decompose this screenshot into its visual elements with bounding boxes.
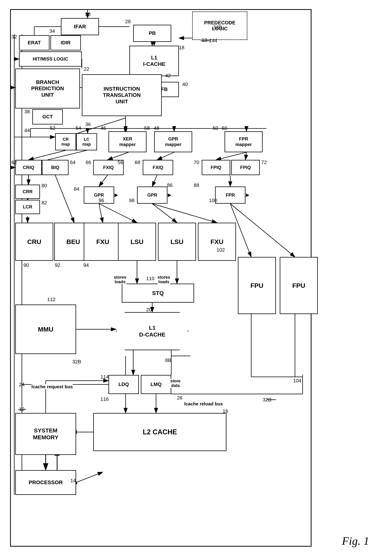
svg-line-53 <box>76 472 103 483</box>
ref-30: 30 <box>85 11 91 17</box>
ref-94: 94 <box>83 262 89 268</box>
ref-36: 36 <box>85 121 91 127</box>
erat-box: ERAT <box>19 35 49 50</box>
ref-12-underline <box>18 409 26 410</box>
xer-mapper-box: XERmapper <box>108 131 147 152</box>
processor-box: PROCESSOR <box>15 470 76 495</box>
ref-66: 66 <box>86 159 91 165</box>
ref-16: 16 <box>223 408 228 414</box>
ref-58: 58 <box>144 125 150 131</box>
svg-line-27 <box>157 152 174 160</box>
ref-52: 52 <box>50 125 55 131</box>
ref-34: 34 <box>49 28 55 34</box>
svg-line-38 <box>99 204 137 223</box>
ref-10: 10 <box>202 37 207 43</box>
svg-line-35 <box>152 175 157 186</box>
ref-46: 46 <box>101 125 106 131</box>
svg-line-29 <box>245 152 246 160</box>
ref-22: 22 <box>84 66 89 72</box>
l2-cache-box: L2 CACHE <box>93 413 226 451</box>
system-memory-box: SYSTEMMEMORY <box>15 413 76 455</box>
branch-prediction-unit-box: BRANCHPREDICTIONUNIT <box>15 68 80 109</box>
ref-104: 104 <box>293 378 301 384</box>
ref-96: 96 <box>99 197 104 204</box>
lsu2-box: LSU <box>158 223 196 261</box>
lcache-reload-bus-label: lcache reload bus <box>184 401 223 407</box>
crr-box: CRR <box>15 185 40 199</box>
l1-dcache-box: L1D-CACHE <box>116 312 188 350</box>
ref-10-underline <box>201 41 210 41</box>
lsu1-box: LSU <box>118 223 156 261</box>
ref-32b2: 32B <box>263 397 271 403</box>
ref-64: 64 <box>70 159 75 165</box>
ldq-box: LDQ <box>108 375 139 394</box>
lcr-box: LCR <box>15 200 40 214</box>
svg-line-34 <box>99 175 108 186</box>
fpu1-box: FPU <box>238 257 276 314</box>
ref-60: 60 <box>222 125 227 131</box>
svg-line-24 <box>28 150 66 160</box>
svg-line-37 <box>99 204 103 223</box>
ref-40: 40 <box>182 82 188 87</box>
store-data-label: storedata <box>170 379 181 388</box>
criq-box: CRIQ <box>15 160 42 175</box>
ref-110: 110 <box>146 276 154 281</box>
ref-62: 62 <box>11 159 17 165</box>
ref-112: 112 <box>47 297 55 302</box>
pb-box: PB <box>133 25 171 42</box>
idir-box: IDIR <box>50 35 81 50</box>
ref-32b3: 32B <box>213 24 222 30</box>
fpu2-box: FPU <box>280 257 318 314</box>
ref-102: 102 <box>216 247 225 253</box>
biq-box: BIQ <box>42 160 68 175</box>
ref-48: 48 <box>154 125 159 131</box>
fpr-mapper-box: FPRmapper <box>224 131 263 152</box>
lc-map-box: LCmap <box>76 133 97 150</box>
fxu1-box: FXU <box>84 223 122 261</box>
ref-24: 24 <box>19 382 25 388</box>
ref-68: 68 <box>135 159 140 165</box>
svg-line-39 <box>152 204 177 223</box>
ref-32: 32 <box>11 34 17 40</box>
svg-line-42 <box>230 204 295 257</box>
ref-116: 116 <box>101 396 109 402</box>
ref-28: 28 <box>125 19 131 25</box>
svg-line-25 <box>47 150 87 160</box>
hit-miss-logic-box: HIT/MISS LOGIC <box>19 51 82 67</box>
ref-98: 98 <box>129 197 135 204</box>
instruction-translation-unit-box: INSTRUCTIONTRANSLATIONUNIT <box>82 74 162 116</box>
svg-line-28 <box>216 152 246 160</box>
ref-80: 80 <box>41 183 47 189</box>
svg-line-26 <box>108 152 129 160</box>
ref-54: 54 <box>76 125 81 131</box>
fxu2-box: FXU <box>198 223 236 261</box>
lcache-request-bus-label: lcache request bus <box>31 384 73 389</box>
ref-8b: 8B <box>165 357 171 363</box>
fpr-box: FPR ▶ <box>215 186 245 204</box>
svg-line-40 <box>152 204 217 223</box>
diagram: IFAR ERAT IDIR HIT/MISS LOGIC BRANCHPRED… <box>0 0 392 559</box>
ref-26: 26 <box>177 395 183 401</box>
gct-box: GCT <box>32 109 63 124</box>
ref-44: 44 <box>24 128 30 133</box>
ref-84: 84 <box>74 186 79 192</box>
ifar-box: IFAR <box>61 18 99 35</box>
ref-88: 88 <box>194 182 199 188</box>
ref-72: 72 <box>261 159 267 165</box>
l1-icache-box: L1I-CACHE <box>129 46 179 76</box>
stores-loads2-label: storesloads <box>158 275 170 284</box>
lmq-box: LMQ <box>141 375 171 394</box>
ref-92: 92 <box>55 262 60 268</box>
ref-70: 70 <box>194 159 199 165</box>
ref-90: 90 <box>23 262 29 268</box>
ref-20: 20 <box>146 307 152 313</box>
stq-box: STQ <box>122 284 194 303</box>
ref-100: 100 <box>209 197 217 204</box>
ref-18: 18 <box>179 45 184 51</box>
cru-box: CRU <box>15 223 53 261</box>
fxiq2-box: FXIQ <box>143 160 173 175</box>
ref-82: 82 <box>41 200 47 206</box>
stores-loads1-label: storesloads <box>114 275 126 284</box>
ref-32b1: 32B <box>72 359 81 365</box>
cr-map-box: CRmap <box>55 133 76 150</box>
